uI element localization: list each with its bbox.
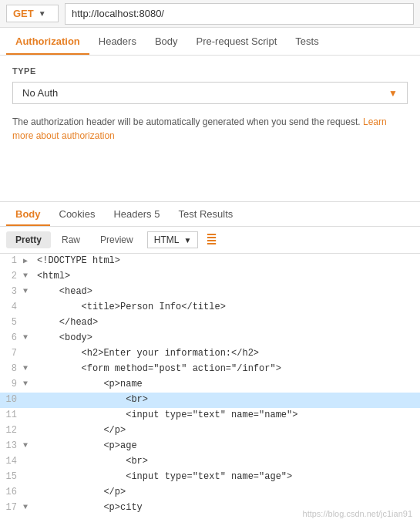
tab-body[interactable]: Body (146, 28, 187, 55)
auth-description: The authorization header will be automat… (12, 115, 408, 143)
line-content-11: <input type="text" name="name"> (34, 408, 420, 423)
tab-response-body[interactable]: Body (6, 202, 50, 226)
code-line-14: 14 <br> (0, 454, 420, 470)
method-chevron-icon: ▼ (39, 9, 46, 18)
top-bar: GET ▼ (0, 0, 420, 28)
line-number-2: 2 (0, 269, 23, 285)
method-select[interactable]: GET ▼ (6, 5, 59, 22)
line-arrow-7 (23, 346, 34, 362)
line-number-1: 1 (0, 254, 23, 269)
code-line-12: 12 </p> (0, 423, 420, 439)
line-content-2: <html> (34, 269, 420, 285)
line-content-15: <input type="text" name="age"> (34, 470, 420, 485)
tab-tests[interactable]: Tests (286, 28, 328, 55)
code-line-13: 13▼ <p>age (0, 439, 420, 454)
line-number-3: 3 (0, 285, 23, 300)
line-content-12: </p> (34, 423, 420, 439)
line-arrow-11 (23, 408, 34, 423)
line-number-11: 11 (0, 408, 23, 423)
line-number-10: 10 (0, 393, 23, 408)
code-line-5: 5 </head> (0, 315, 420, 331)
line-content-6: <body> (34, 331, 420, 346)
tab-test-results[interactable]: Test Results (169, 202, 242, 226)
code-line-7: 7 <h2>Enter your information:</h2> (0, 346, 420, 362)
line-content-3: <head> (34, 285, 420, 300)
line-arrow-8[interactable]: ▼ (23, 362, 34, 377)
tab-response-headers[interactable]: Headers 5 (104, 202, 169, 226)
method-label: GET (13, 8, 34, 19)
format-type-value: HTML (154, 234, 180, 245)
code-line-4: 4 <title>Person Info</title> (0, 300, 420, 315)
code-line-3: 3▼ <head> (0, 285, 420, 300)
line-arrow-15 (23, 470, 34, 485)
tab-authorization[interactable]: Authorization (6, 28, 89, 55)
auth-type-value: No Auth (22, 87, 58, 99)
line-number-13: 13 (0, 439, 23, 454)
pretty-button[interactable]: Pretty (6, 231, 51, 248)
line-number-8: 8 (0, 362, 23, 377)
code-line-11: 11 <input type="text" name="name"> (0, 408, 420, 423)
url-input[interactable] (65, 3, 414, 25)
response-tab-bar: Body Cookies Headers 5 Test Results (0, 202, 420, 227)
line-arrow-12 (23, 423, 34, 439)
line-arrow-4 (23, 300, 34, 315)
line-arrow-10 (23, 393, 34, 408)
auth-type-select[interactable]: No Auth ▼ (12, 82, 408, 104)
line-content-9: <p>name (34, 377, 420, 393)
line-arrow-3[interactable]: ▼ (23, 285, 34, 300)
format-dropdown-chevron-icon: ▼ (183, 236, 191, 244)
watermark: https://blog.csdn.net/jc1ian91 (303, 509, 412, 518)
line-content-4: <title>Person Info</title> (34, 300, 420, 315)
request-tab-bar: Authorization Headers Body Pre-request S… (0, 28, 420, 56)
line-arrow-17[interactable]: ▼ (23, 501, 34, 512)
tab-pre-request-script[interactable]: Pre-request Script (187, 28, 287, 55)
line-number-4: 4 (0, 300, 23, 315)
line-content-7: <h2>Enter your information:</h2> (34, 346, 420, 362)
line-number-16: 16 (0, 485, 23, 501)
format-bar: Pretty Raw Preview HTML ▼ ≣ (0, 227, 420, 254)
line-content-14: <br> (34, 454, 420, 470)
line-content-5: </head> (34, 315, 420, 331)
code-line-1: 1▶<!DOCTYPE html> (0, 254, 420, 269)
preview-button[interactable]: Preview (91, 231, 143, 248)
code-line-10: 10 <br> (0, 393, 420, 408)
tab-headers[interactable]: Headers (89, 28, 146, 55)
line-number-14: 14 (0, 454, 23, 470)
line-content-1: <!DOCTYPE html> (34, 254, 420, 269)
tab-response-headers-label: Headers (113, 208, 151, 220)
line-number-17: 17 (0, 501, 23, 512)
line-number-6: 6 (0, 331, 23, 346)
line-number-5: 5 (0, 315, 23, 331)
line-arrow-5 (23, 315, 34, 331)
code-line-16: 16 </p> (0, 485, 420, 501)
raw-button[interactable]: Raw (52, 231, 89, 248)
code-panel[interactable]: 1▶<!DOCTYPE html>2▼<html>3▼ <head>4 <tit… (0, 254, 420, 512)
line-content-8: <form method="post" action="/infor"> (34, 362, 420, 377)
auth-select-chevron-icon: ▼ (388, 88, 398, 99)
code-line-2: 2▼<html> (0, 269, 420, 285)
line-arrow-14 (23, 454, 34, 470)
line-arrow-13[interactable]: ▼ (23, 439, 34, 454)
line-arrow-2[interactable]: ▼ (23, 269, 34, 285)
line-arrow-9[interactable]: ▼ (23, 377, 34, 393)
code-line-9: 9▼ <p>name (0, 377, 420, 393)
line-content-13: <p>age (34, 439, 420, 454)
line-content-16: </p> (34, 485, 420, 501)
line-arrow-6[interactable]: ▼ (23, 331, 34, 346)
code-line-15: 15 <input type="text" name="age"> (0, 470, 420, 485)
line-content-10: <br> (34, 393, 420, 408)
auth-panel: TYPE No Auth ▼ The authorization header … (0, 56, 420, 202)
wrap-icon[interactable]: ≣ (206, 231, 217, 248)
line-number-9: 9 (0, 377, 23, 393)
type-label: TYPE (12, 66, 408, 76)
line-arrow-1[interactable]: ▶ (23, 254, 34, 269)
format-type-dropdown[interactable]: HTML ▼ (147, 231, 199, 248)
tab-cookies[interactable]: Cookies (50, 202, 105, 226)
auth-description-text: The authorization header will be automat… (12, 116, 363, 127)
line-arrow-16 (23, 485, 34, 501)
line-number-15: 15 (0, 470, 23, 485)
code-line-8: 8▼ <form method="post" action="/infor"> (0, 362, 420, 377)
code-line-6: 6▼ <body> (0, 331, 420, 346)
headers-badge: 5 (154, 208, 160, 220)
line-number-12: 12 (0, 423, 23, 439)
